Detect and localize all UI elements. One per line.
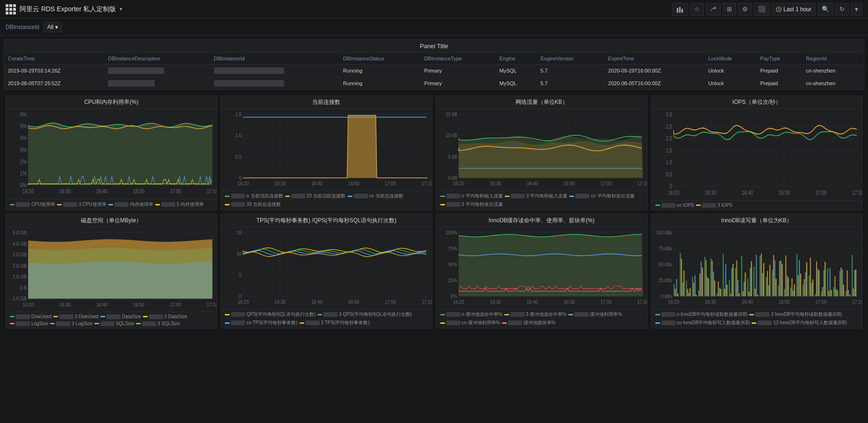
svg-text:16:30: 16:30 bbox=[274, 299, 286, 305]
chart-0-1: 当前连接数1.51.00.5016:2016:3016:4016:5017:00… bbox=[221, 95, 432, 210]
svg-rect-304 bbox=[842, 270, 843, 296]
svg-rect-258 bbox=[772, 270, 773, 297]
legend-color bbox=[505, 196, 509, 197]
svg-rect-251 bbox=[761, 254, 762, 296]
svg-rect-206 bbox=[692, 277, 693, 296]
col-engine[interactable]: Engine bbox=[496, 53, 537, 65]
svg-rect-223 bbox=[718, 282, 719, 297]
svg-rect-239 bbox=[742, 291, 743, 296]
svg-rect-272 bbox=[793, 291, 794, 296]
svg-text:16:50: 16:50 bbox=[133, 188, 144, 194]
legend-item: LogSize bbox=[10, 321, 48, 326]
col-description[interactable]: DBInstanceDescription bbox=[104, 53, 210, 65]
svg-text:17:00: 17:00 bbox=[385, 180, 396, 186]
chart-legend-1-2: o 缓冲池读命中率%3 缓冲池读命中率%缓冲池利用率%co 缓冲池利用率%缓冲池… bbox=[437, 309, 647, 328]
svg-text:4.0 GB: 4.0 GB bbox=[13, 241, 27, 247]
svg-rect-0 bbox=[677, 8, 678, 13]
svg-rect-254 bbox=[766, 277, 767, 296]
legend-item: QPS(平均每秒SQL语句执行次数) bbox=[225, 311, 316, 318]
share-button[interactable] bbox=[706, 3, 721, 16]
chart-1-1: TPS(平均每秒事务数) /QPS(平均每秒SQL语句执行次数)15105016… bbox=[221, 214, 432, 328]
refresh-dropdown-button[interactable]: ▾ bbox=[851, 3, 862, 16]
col-region[interactable]: RegionId bbox=[802, 53, 864, 65]
legend-item: 3 InnoDB平均每秒读取数据量(KB) bbox=[749, 311, 842, 318]
svg-text:0 B: 0 B bbox=[20, 284, 27, 291]
refresh-button[interactable]: ↻ bbox=[835, 3, 849, 16]
grid-icon[interactable] bbox=[6, 4, 16, 15]
svg-rect-245 bbox=[751, 261, 752, 296]
svg-rect-259 bbox=[773, 255, 774, 296]
filter-dropdown-icon: ▾ bbox=[55, 24, 58, 30]
col-id[interactable]: DBInstanceId bbox=[210, 53, 340, 65]
svg-text:17:00: 17:00 bbox=[385, 299, 396, 305]
nav-logo: 阿里云 RDS Exporter 私人定制版 ▾ bbox=[6, 4, 122, 15]
svg-rect-214 bbox=[704, 257, 705, 296]
chart-title-0-1: 当前连接数 bbox=[221, 96, 431, 109]
col-expire-time[interactable]: ExpireTime bbox=[604, 53, 704, 65]
svg-rect-218 bbox=[710, 258, 711, 296]
legend-color bbox=[94, 323, 99, 324]
svg-rect-242 bbox=[747, 279, 748, 297]
legend-color bbox=[10, 204, 14, 205]
time-picker-button[interactable]: Last 1 hour bbox=[772, 3, 816, 16]
svg-rect-306 bbox=[846, 291, 846, 296]
col-type[interactable]: DBInstanceType bbox=[420, 53, 495, 65]
svg-text:16:50: 16:50 bbox=[348, 299, 359, 305]
svg-text:5 kB: 5 kB bbox=[448, 153, 457, 160]
col-status[interactable]: DBInstanceStatus bbox=[339, 53, 420, 65]
svg-rect-262 bbox=[778, 285, 779, 296]
svg-rect-300 bbox=[836, 289, 837, 296]
legend-item: 3 CPU使用率 bbox=[57, 201, 106, 208]
svg-text:16:30: 16:30 bbox=[705, 190, 716, 196]
chart-view-button[interactable] bbox=[672, 3, 688, 16]
svg-rect-268 bbox=[787, 275, 788, 296]
svg-rect-233 bbox=[732, 264, 733, 296]
svg-rect-246 bbox=[753, 267, 754, 296]
nav-dropdown-icon[interactable]: ▾ bbox=[120, 6, 122, 12]
legend-color bbox=[300, 322, 304, 324]
svg-text:6%: 6% bbox=[20, 111, 27, 117]
chart-0-0: CPU和内存利用率(%)6%5%4%3%2%1%0%16:2016:3016:4… bbox=[6, 95, 217, 210]
chart-legend-0-0: CPU使用率3 CPU使用率内存使用率3 内存使用率 bbox=[6, 199, 216, 210]
legend-item: 3 缓冲池读命中率% bbox=[504, 311, 567, 318]
filter-select[interactable]: All ▾ bbox=[43, 22, 62, 32]
svg-rect-309 bbox=[849, 295, 850, 296]
svg-rect-285 bbox=[812, 279, 813, 296]
legend-color bbox=[143, 316, 148, 317]
legend-item: co TPS(平均每秒事务数) bbox=[225, 320, 297, 326]
svg-rect-311 bbox=[853, 289, 854, 297]
svg-rect-244 bbox=[750, 268, 751, 296]
svg-rect-255 bbox=[767, 271, 768, 296]
view-button[interactable]: ⊞ bbox=[723, 3, 736, 16]
legend-color bbox=[317, 314, 322, 315]
svg-text:15 kB: 15 kB bbox=[445, 111, 457, 117]
svg-rect-292 bbox=[823, 270, 824, 297]
svg-text:-1.0 GB: -1.0 GB bbox=[11, 295, 27, 301]
col-engine-version[interactable]: EngineVersion bbox=[537, 53, 604, 65]
settings-button[interactable]: ⚙ bbox=[738, 3, 752, 16]
svg-text:17:00: 17:00 bbox=[170, 301, 181, 307]
svg-rect-273 bbox=[794, 284, 795, 297]
charts-row2: 磁盘空间（单位MByte）5.0 GB4.0 GB3.0 GB2.0 GB1.0… bbox=[0, 212, 868, 330]
legend-item: 3 DataSize bbox=[143, 314, 187, 319]
svg-text:25 kBs: 25 kBs bbox=[658, 277, 672, 283]
svg-text:2%: 2% bbox=[20, 158, 27, 164]
search-button[interactable]: 🔍 bbox=[818, 3, 833, 16]
col-lock-mode[interactable]: LockMode bbox=[704, 53, 756, 65]
tv-button[interactable]: ⬛ bbox=[754, 3, 770, 16]
chart-1-2: InnoDB缓存读命中率、使用率、脏块率(%)100%75%50%25%0%16… bbox=[436, 214, 647, 328]
instances-table: CreateTime DBInstanceDescription DBInsta… bbox=[4, 53, 864, 89]
legend-item: o 缓冲池读命中率% bbox=[440, 311, 502, 318]
col-pay-type[interactable]: PayType bbox=[756, 53, 802, 65]
col-create-time[interactable]: CreateTime bbox=[4, 53, 104, 65]
legend-color bbox=[225, 204, 230, 205]
svg-rect-289 bbox=[818, 270, 819, 297]
star-button[interactable]: ☆ bbox=[690, 3, 704, 16]
svg-text:16:30: 16:30 bbox=[274, 180, 286, 186]
svg-text:5.0 GB: 5.0 GB bbox=[13, 229, 27, 235]
legend-item: CPU使用率 bbox=[10, 201, 55, 208]
svg-text:16:20: 16:20 bbox=[668, 299, 679, 305]
svg-text:0 kB: 0 kB bbox=[448, 175, 457, 181]
legend-color bbox=[655, 322, 660, 324]
legend-item: co IOPS bbox=[655, 203, 694, 208]
